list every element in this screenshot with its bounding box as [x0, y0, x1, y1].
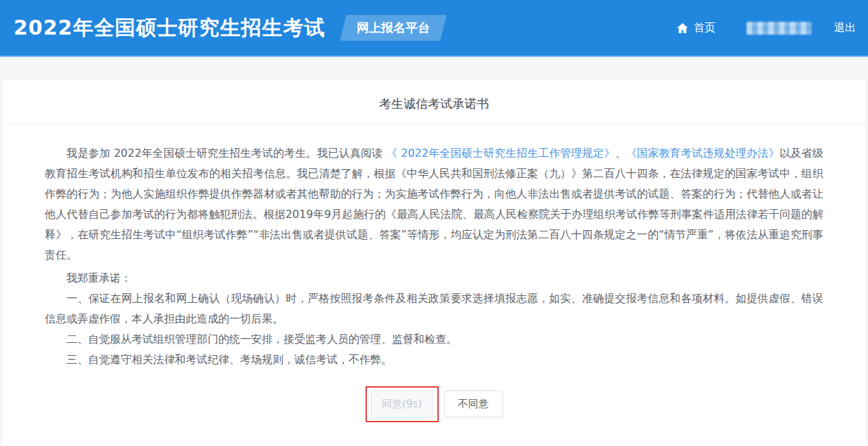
pledge-card: 考生诚信考试承诺书 我是参加 2022年全国硕士研究生招生考试的考生。我已认真阅… [3, 80, 865, 446]
home-icon [676, 22, 689, 35]
annotation-highlight-box: 同意(9s) [366, 386, 439, 422]
app-header: 2022年全国硕士研究生招生考试 网上报名平台 首页 退出 [0, 0, 868, 57]
nav-home-label: 首页 [694, 21, 715, 35]
pledge-paragraph: 我是参加 2022年全国硕士研究生招生考试的考生。我已认真阅读 《 2022年全… [45, 143, 823, 265]
page-title: 考生诚信考试承诺书 [3, 80, 865, 124]
agree-button[interactable]: 同意(9s) [371, 390, 433, 417]
button-row: 同意(9s) 不同意 [45, 386, 823, 446]
violation-rules-link[interactable]: 《国家教育考试违规处理办法》 [626, 147, 779, 160]
promise-intro: 我郑重承诺： [45, 268, 823, 289]
pledge-text-after-links: 以及省级教育招生考试机构和招生单位发布的相关招考信息。我已清楚了解，根据《中华人… [45, 147, 823, 261]
header-nav: 首页 退出 [676, 21, 856, 35]
pledge-body: 我是参加 2022年全国硕士研究生招生考试的考生。我已认真阅读 《 2022年全… [3, 124, 865, 446]
app-title: 2022年全国硕士研究生招生考试 [14, 14, 326, 42]
main-area: 考生诚信考试承诺书 我是参加 2022年全国硕士研究生招生考试的考生。我已认真阅… [0, 57, 868, 446]
platform-badge: 网上报名平台 [340, 15, 446, 41]
promise-item-2: 二、自觉服从考试组织管理部门的统一安排，接受监考人员的管理、监督和检查。 [45, 329, 823, 350]
promise-item-1: 一、保证在网上报名和网上确认（现场确认）时，严格按照报考条件及相关政策要求选择填… [45, 289, 823, 329]
regulation-link[interactable]: 《 2022年全国硕士研究生招生工作管理规定》 [387, 147, 615, 160]
promise-item-3: 三、自觉遵守相关法律和考试纪律、考场规则，诚信考试，不作弊。 [45, 350, 823, 370]
nav-logout-link[interactable]: 退出 [834, 21, 856, 35]
nav-home-link[interactable]: 首页 [676, 21, 715, 35]
disagree-button[interactable]: 不同意 [444, 390, 503, 417]
pledge-text-before-links: 我是参加 2022年全国硕士研究生招生考试的考生。我已认真阅读 [66, 147, 383, 160]
username-redacted [747, 22, 812, 35]
platform-badge-label: 网上报名平台 [357, 20, 430, 36]
link-separator: 、 [615, 147, 626, 160]
